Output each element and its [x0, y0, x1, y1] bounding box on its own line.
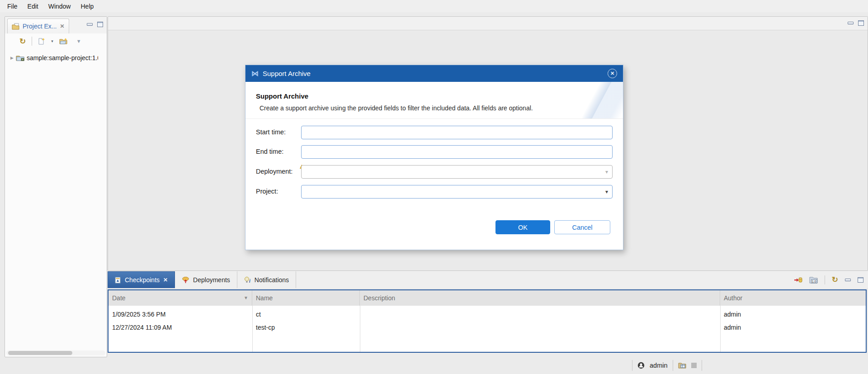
deployment-dropdown[interactable]: ▾ — [301, 165, 613, 179]
deployment-label: Deployment: — [256, 168, 301, 175]
svg-text:i: i — [249, 279, 250, 284]
minimize-icon[interactable] — [87, 23, 93, 26]
checkpoint-version-icon[interactable]: 1.0 — [809, 276, 818, 284]
application-window: File Edit Window Help Project Ex... ✕ ↻ — [0, 0, 868, 374]
start-time-label: Start time: — [256, 128, 301, 136]
menu-bar: File Edit Window Help — [0, 0, 868, 12]
maximize-icon[interactable] — [97, 22, 103, 27]
column-header-description[interactable]: Description — [360, 290, 720, 306]
expand-arrow-icon[interactable]: ▶ — [10, 56, 14, 60]
table-row[interactable]: 1/09/2025 3:56 PM ct admin — [108, 308, 866, 321]
tree-item-project[interactable]: ▶ sample:sample-project:1.0 — [5, 52, 107, 63]
project-explorer-panel: Project Ex... ✕ ↻ ▾ ▼ ▶ — [5, 16, 107, 357]
bottom-panel-toolbar: 1.0 ↻ — [794, 271, 868, 288]
start-time-input[interactable] — [301, 126, 613, 139]
cell-name: test-cp — [252, 321, 360, 334]
status-separator — [673, 360, 673, 371]
tab-notifications[interactable]: i Notifications — [237, 271, 296, 288]
toolbar-separator — [32, 37, 32, 46]
status-bar: admin — [0, 356, 868, 374]
svg-text:1.0: 1.0 — [812, 279, 816, 283]
table-body: 1/09/2025 3:56 PM ct admin 12/27/2024 11… — [108, 306, 866, 334]
tab-checkpoints[interactable]: Checkpoints ✕ — [108, 271, 175, 288]
column-header-name[interactable]: Name — [252, 290, 360, 306]
tab-label: Notifications — [255, 276, 289, 284]
maximize-icon[interactable] — [858, 20, 864, 26]
end-time-label: End time: — [256, 148, 301, 155]
chevron-down-icon: ▾ — [605, 189, 608, 195]
status-separator — [632, 360, 632, 371]
cell-description — [360, 321, 720, 334]
minimize-icon[interactable] — [845, 279, 851, 281]
new-folder-icon[interactable] — [59, 38, 68, 45]
checkpoints-table: Date ▼ Name Description Author 1/09/2025… — [108, 289, 867, 353]
ok-button[interactable]: OK — [495, 220, 550, 234]
dialog-description: Create a support archive using the provi… — [259, 104, 533, 112]
tab-label: Deployments — [193, 276, 230, 284]
cell-description — [360, 308, 720, 321]
menu-item-file[interactable]: File — [2, 1, 23, 12]
view-menu-icon[interactable]: ▼ — [76, 38, 81, 44]
menu-item-help[interactable]: Help — [75, 1, 99, 12]
refresh-icon[interactable]: ↻ — [832, 276, 838, 284]
column-header-date[interactable]: Date ▼ — [108, 290, 252, 306]
scrollbar-thumb[interactable] — [8, 351, 72, 355]
project-explorer-icon — [12, 23, 19, 30]
project-folder-icon — [16, 55, 24, 61]
chevron-down-icon: ▾ — [605, 169, 608, 175]
editor-tabstrip — [108, 17, 868, 30]
status-panel-icon[interactable] — [691, 363, 697, 368]
cancel-button[interactable]: Cancel — [554, 220, 610, 234]
tab-deployments[interactable]: Deployments — [175, 271, 237, 288]
project-explorer-title: Project Ex... — [23, 23, 57, 30]
project-explorer-header: Project Ex... ✕ — [5, 17, 107, 33]
new-file-icon[interactable] — [38, 38, 45, 45]
table-header: Date ▼ Name Description Author — [108, 290, 866, 306]
menu-item-edit[interactable]: Edit — [23, 1, 43, 12]
minimize-icon[interactable] — [848, 22, 854, 24]
cell-date: 12/27/2024 11:09 AM — [108, 321, 252, 334]
bottom-tabbar: Checkpoints ✕ Deployments i Notification… — [108, 271, 868, 288]
status-separator — [702, 360, 702, 371]
project-explorer-toolbar: ↻ ▾ ▼ — [5, 33, 107, 49]
project-dropdown[interactable]: ▾ — [301, 185, 613, 199]
bottom-panel: Checkpoints ✕ Deployments i Notification… — [108, 271, 868, 356]
cell-name: ct — [252, 308, 360, 321]
checkpoint-icon — [115, 277, 121, 284]
horizontal-scrollbar[interactable] — [6, 350, 105, 355]
new-file-dropdown-icon[interactable]: ▾ — [51, 39, 53, 43]
end-time-input[interactable] — [301, 145, 613, 159]
toolbar-separator — [825, 275, 825, 284]
close-icon: ✕ — [610, 71, 614, 76]
tab-label: Checkpoints — [125, 276, 160, 284]
table-row[interactable]: 12/27/2024 11:09 AM test-cp admin — [108, 321, 866, 334]
cell-author: admin — [720, 321, 866, 334]
dialog-close-button[interactable]: ✕ — [608, 69, 617, 78]
refresh-icon[interactable]: ↻ — [19, 38, 26, 45]
dialog-title: Support Archive — [263, 70, 311, 77]
banner-art — [582, 82, 623, 118]
cell-date: 1/09/2025 3:56 PM — [108, 308, 252, 321]
deployment-cloud-icon — [182, 276, 189, 284]
user-icon — [637, 362, 645, 369]
tab-project-explorer[interactable]: Project Ex... ✕ — [7, 19, 69, 33]
menu-item-window[interactable]: Window — [43, 1, 76, 12]
close-icon[interactable]: ✕ — [60, 24, 64, 29]
support-archive-dialog: ⋈ Support Archive ✕ Support Archive Crea… — [245, 65, 623, 250]
project-tree: ▶ sample:sample-project:1.0 — [5, 49, 107, 63]
dialog-heading: Support Archive — [256, 92, 308, 100]
sort-arrow-icon: ▼ — [244, 290, 248, 306]
dialog-titlebar[interactable]: ⋈ Support Archive ✕ — [245, 65, 623, 82]
app-logo-icon: ⋈ — [251, 70, 259, 77]
notification-bulb-icon: i — [244, 276, 251, 284]
column-header-author[interactable]: Author — [720, 290, 866, 306]
project-label: Project: — [256, 188, 301, 195]
dialog-header: Support Archive Create a support archive… — [245, 82, 623, 119]
status-username: admin — [650, 362, 668, 369]
workspace-folder-icon[interactable] — [678, 362, 686, 369]
tree-item-label: sample:sample-project:1.0 — [27, 54, 98, 62]
close-icon[interactable]: ✕ — [163, 277, 168, 283]
cell-author: admin — [720, 308, 866, 321]
maximize-icon[interactable] — [858, 277, 863, 283]
export-checkpoint-icon[interactable] — [794, 276, 802, 284]
